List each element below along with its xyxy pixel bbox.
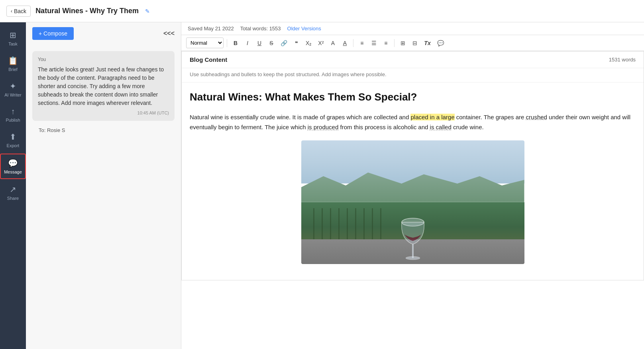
message-to: To: Rosie S: [32, 126, 175, 135]
sidebar-item-export[interactable]: ⬆ Export: [0, 128, 26, 152]
insert-image-button[interactable]: ⊞: [398, 38, 408, 48]
message-icon: 💬: [8, 158, 18, 168]
export-icon: ⬆: [10, 132, 16, 142]
message-time: 10:45 AM (UTC): [38, 110, 169, 115]
toolbar-divider-1: [227, 39, 227, 47]
edit-icon[interactable]: ✎: [145, 8, 150, 14]
sidebar: ⊞ Task 📋 Brief ✦ AI Writer ↑ Publish ⬆ E…: [0, 22, 26, 349]
link-button[interactable]: 🔗: [278, 38, 290, 48]
total-words-label: Total words:: [240, 26, 268, 32]
italic-button[interactable]: I: [242, 38, 253, 48]
highlight-text: placed in a large: [410, 114, 454, 120]
blog-description: Use subheadings and bullets to keep the …: [182, 68, 644, 83]
superscript-button[interactable]: X²: [316, 38, 326, 48]
article-image-container: [301, 140, 524, 264]
sidebar-item-ai-writer[interactable]: ✦ AI Writer: [0, 77, 26, 101]
format-style-select[interactable]: Normal Heading 1 Heading 2: [186, 37, 224, 48]
ordered-list-button[interactable]: ≡: [357, 38, 367, 48]
total-words-value: 1553: [269, 26, 281, 32]
blog-body[interactable]: Natural Wines: What Makes Them So Specia…: [182, 83, 644, 280]
editor-content[interactable]: Blog Content 1531 words Use subheadings …: [181, 51, 644, 349]
svg-rect-1: [412, 244, 414, 258]
blog-section-title: Blog Content: [190, 56, 227, 63]
strikethrough-button[interactable]: S: [266, 38, 277, 48]
article-paragraph-1: Natural wine is essentially crude wine. …: [190, 112, 636, 132]
toolbar-divider-3: [394, 39, 395, 47]
message-from: You: [38, 57, 169, 62]
sidebar-item-brief[interactable]: 📋 Brief: [0, 52, 26, 76]
blog-section-header: Blog Content 1531 words: [182, 51, 644, 68]
sidebar-label-brief: Brief: [8, 67, 18, 72]
sidebar-item-share[interactable]: ↗ Share: [0, 181, 26, 205]
collapse-arrows-icon[interactable]: <<<: [163, 30, 175, 37]
sidebar-item-task[interactable]: ⊞ Task: [0, 26, 26, 50]
back-label: Back: [14, 8, 26, 14]
underline-crushed: crushed: [526, 114, 547, 120]
topbar: ‹ Back Natural Wines - Why Try Them ✎: [0, 0, 644, 22]
blog-word-count: 1531 words: [609, 57, 636, 63]
sidebar-label-publish: Publish: [6, 118, 20, 122]
article-title: Natural Wines: What Makes Them So Specia…: [190, 91, 636, 104]
unordered-list-button[interactable]: ☰: [369, 38, 379, 48]
sidebar-label-task: Task: [8, 41, 18, 46]
toolbar-divider-2: [353, 39, 353, 47]
insert-table-button[interactable]: ⊟: [410, 38, 420, 48]
svg-point-2: [406, 256, 420, 260]
font-color-button[interactable]: A: [328, 38, 338, 48]
message-text: The article looks great! Just need a few…: [38, 65, 169, 107]
task-icon: ⊞: [10, 30, 16, 40]
sidebar-item-publish[interactable]: ↑ Publish: [0, 103, 26, 126]
back-button[interactable]: ‹ Back: [6, 6, 31, 17]
share-icon: ↗: [10, 185, 16, 194]
brief-icon: 📋: [8, 56, 18, 65]
formatting-bar: Normal Heading 1 Heading 2 B I U S 🔗 ❝ X…: [181, 35, 644, 51]
compose-button[interactable]: + Compose: [32, 27, 74, 40]
subscript-button[interactable]: X₂: [303, 38, 314, 48]
underline-is-called: is called: [430, 124, 452, 130]
ai-writer-icon: ✦: [10, 81, 16, 91]
blog-section: Blog Content 1531 words Use subheadings …: [181, 51, 644, 280]
clear-format-button[interactable]: Tx: [422, 38, 433, 48]
chevron-left-icon: ‹: [11, 8, 12, 14]
sidebar-label-share: Share: [7, 196, 19, 201]
editor-toolbar-top: Saved May 21 2022 Total words: 1553 Olde…: [181, 22, 644, 35]
align-button[interactable]: ≡: [381, 38, 391, 48]
chat-messages: You The article looks great! Just need a…: [26, 45, 181, 349]
word-count: Total words: 1553: [240, 26, 281, 32]
page-title: Natural Wines - Why Try Them: [35, 7, 139, 15]
sidebar-label-message: Message: [4, 170, 22, 174]
sidebar-label-ai-writer: AI Writer: [4, 93, 22, 97]
chat-header: + Compose <<<: [26, 22, 181, 45]
saved-info: Saved May 21 2022: [188, 26, 234, 32]
publish-icon: ↑: [11, 107, 15, 116]
editor-panel: Saved May 21 2022 Total words: 1553 Olde…: [181, 22, 644, 349]
underline-is-produced: is produced: [308, 124, 339, 130]
highlight-button[interactable]: A: [340, 38, 350, 48]
message-bubble: You The article looks great! Just need a…: [32, 51, 175, 121]
main-layout: ⊞ Task 📋 Brief ✦ AI Writer ↑ Publish ⬆ E…: [0, 22, 644, 349]
older-versions-link[interactable]: Older Versions: [287, 26, 321, 32]
wine-glass-svg: [399, 196, 427, 264]
bold-button[interactable]: B: [230, 38, 241, 48]
sidebar-item-message[interactable]: 💬 Message: [0, 154, 26, 179]
underline-button[interactable]: U: [254, 38, 265, 48]
chat-panel: + Compose <<< You The article looks grea…: [26, 22, 181, 349]
blockquote-button[interactable]: ❝: [291, 38, 302, 48]
sidebar-label-export: Export: [7, 143, 20, 148]
comment-button[interactable]: 💬: [435, 38, 446, 48]
